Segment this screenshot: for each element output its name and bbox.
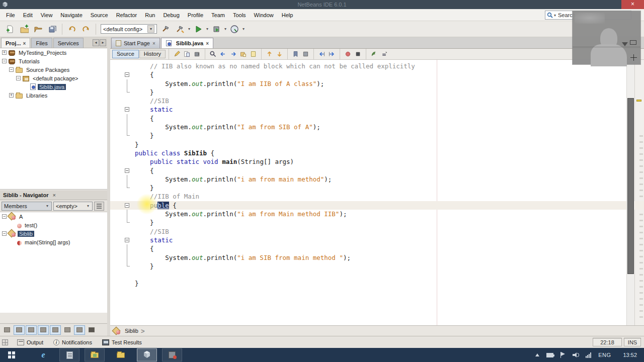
collapse-icon[interactable]: −: [2, 59, 7, 63]
shift-line-right-button[interactable]: [327, 50, 337, 59]
code-line[interactable]: public static void main(String[] args): [110, 157, 644, 166]
fold-collapse-icon[interactable]: [125, 168, 129, 173]
undo-button[interactable]: [65, 23, 78, 36]
fold-collapse-icon[interactable]: [125, 107, 129, 112]
doc-tab-close-icon[interactable]: ×: [206, 41, 209, 46]
search-dropdown-icon[interactable]: ▾: [554, 13, 556, 18]
source-view-button[interactable]: Source: [112, 50, 139, 58]
webcam-overlay[interactable]: [573, 11, 640, 64]
stop-macro-button[interactable]: [353, 50, 363, 59]
menu-window[interactable]: Window: [250, 11, 278, 20]
last-edit-button[interactable]: [172, 50, 182, 59]
run-project-dropdown-icon[interactable]: ▾: [206, 27, 208, 31]
fold-collapse-icon[interactable]: [125, 72, 129, 77]
code-line[interactable]: System.out.println("i am from main metho…: [110, 175, 644, 184]
project-tree-item[interactable]: Siblib.java: [0, 82, 107, 91]
fold-collapse-icon[interactable]: [125, 203, 129, 208]
doc-tab-sibiib-java[interactable]: SibIib.java×: [161, 38, 213, 48]
navigator-close-icon[interactable]: ×: [52, 192, 55, 198]
history-view-button[interactable]: History: [139, 50, 166, 58]
debug-project-button[interactable]: [210, 23, 223, 36]
menu-tools[interactable]: Tools: [229, 11, 250, 20]
code-line[interactable]: }: [110, 88, 644, 97]
menu-refactor[interactable]: Refactor: [112, 11, 141, 20]
project-tree-item[interactable]: −Tutorials: [0, 57, 107, 65]
code-line[interactable]: static: [110, 236, 644, 244]
expand-icon[interactable]: +: [2, 50, 7, 55]
network-signal-icon[interactable]: [586, 352, 591, 358]
tab-scroll-right-button[interactable]: ▸: [100, 39, 106, 46]
code-line[interactable]: static: [110, 105, 644, 114]
min-window-8-button[interactable]: [86, 325, 97, 335]
project-tree-item[interactable]: −Source Packages: [0, 65, 107, 74]
editor-vertical-scrollbar[interactable]: [626, 60, 634, 325]
close-window-button[interactable]: ×: [621, 0, 644, 9]
code-line[interactable]: //SIB: [110, 227, 644, 236]
code-line[interactable]: // IIB also known as no named block whic…: [110, 62, 644, 70]
webcam-move-icon[interactable]: [630, 54, 637, 61]
clean-build-project-dropdown-icon[interactable]: ▾: [188, 27, 190, 31]
find-selection-button[interactable]: [238, 50, 248, 59]
collapse-icon[interactable]: −: [16, 76, 21, 80]
code-line[interactable]: }: [110, 279, 644, 288]
menu-team[interactable]: Team: [207, 11, 229, 20]
scope-filter-select[interactable]: <empty> ▾: [53, 202, 93, 211]
next-occurrence-button[interactable]: [275, 50, 284, 59]
menu-file[interactable]: File: [2, 11, 19, 20]
navigator-tree-item[interactable]: test(): [0, 221, 107, 229]
min-window-7-button[interactable]: [74, 325, 85, 335]
code-line[interactable]: }: [110, 140, 644, 149]
min-window-1-button[interactable]: [2, 325, 13, 335]
menu-help[interactable]: Help: [278, 11, 297, 20]
collapse-icon[interactable]: −: [2, 231, 7, 236]
tab-scroll-left-button[interactable]: ◂: [93, 39, 99, 46]
fold-collapse-icon[interactable]: [125, 238, 129, 242]
save-all-button[interactable]: [46, 23, 59, 36]
members-filter-select[interactable]: Members ▾: [2, 202, 52, 211]
navigator-tree-item[interactable]: −A: [0, 212, 107, 221]
tab-output[interactable]: Output: [12, 338, 48, 346]
toggle-bookmark-button[interactable]: [291, 50, 300, 59]
tab-test-results[interactable]: Test Results: [97, 338, 147, 346]
language-indicator[interactable]: ENG: [598, 352, 611, 358]
run-project-button[interactable]: [192, 23, 205, 36]
project-tree-item[interactable]: −<default package>: [0, 74, 107, 82]
menu-view[interactable]: View: [37, 11, 57, 20]
breadcrumb-class-label[interactable]: Siblib: [125, 328, 138, 334]
taskbar-media-app[interactable]: [162, 348, 182, 361]
window-grid-icon[interactable]: [2, 339, 8, 345]
taskbar-netbeans[interactable]: [137, 348, 157, 361]
min-window-3-button[interactable]: [26, 325, 37, 335]
doc-tab-start-page[interactable]: Start Page×: [111, 38, 160, 48]
scrollbar-thumb[interactable]: [627, 98, 634, 274]
redo-button[interactable]: [79, 23, 93, 36]
clean-build-project-button[interactable]: [174, 23, 187, 36]
navigator-tree-item[interactable]: −Siblib: [0, 229, 107, 238]
code-line[interactable]: System.out.println("i am SIB from main m…: [110, 253, 644, 262]
taskbar-document-app[interactable]: [59, 348, 79, 361]
toggle-highlight-button[interactable]: [249, 50, 258, 59]
open-project-button[interactable]: [32, 23, 45, 36]
expand-icon[interactable]: +: [9, 93, 14, 98]
run-configuration-dropdown-icon[interactable]: ▾: [147, 25, 154, 33]
find-next-button[interactable]: [228, 50, 238, 59]
doc-tab-close-icon[interactable]: ×: [152, 41, 155, 46]
profile-project-dropdown-icon[interactable]: ▾: [243, 27, 245, 31]
action-center-flag-icon[interactable]: [560, 352, 566, 358]
taskbar-file-explorer[interactable]: [110, 348, 132, 362]
code-line[interactable]: [110, 270, 644, 279]
tab-notifications[interactable]: i Notifications: [48, 338, 97, 346]
min-window-6-button[interactable]: [62, 325, 73, 335]
previous-occurrence-button[interactable]: [265, 50, 274, 59]
uncomment-lines-button[interactable]: [379, 50, 389, 59]
taskbar-internet-explorer[interactable]: e: [32, 348, 54, 362]
project-tree-item[interactable]: +Libraries: [0, 91, 107, 100]
profile-project-button[interactable]: [228, 23, 241, 36]
code-line[interactable]: //SIB: [110, 97, 644, 105]
code-line[interactable]: }: [110, 262, 644, 270]
speaker-icon[interactable]: [573, 352, 579, 357]
menu-run[interactable]: Run: [141, 11, 159, 20]
menu-navigate[interactable]: Navigate: [56, 11, 86, 20]
navigator-tree-item[interactable]: main(String[] args): [0, 238, 107, 246]
tab-projects-close-icon[interactable]: ×: [23, 41, 26, 46]
